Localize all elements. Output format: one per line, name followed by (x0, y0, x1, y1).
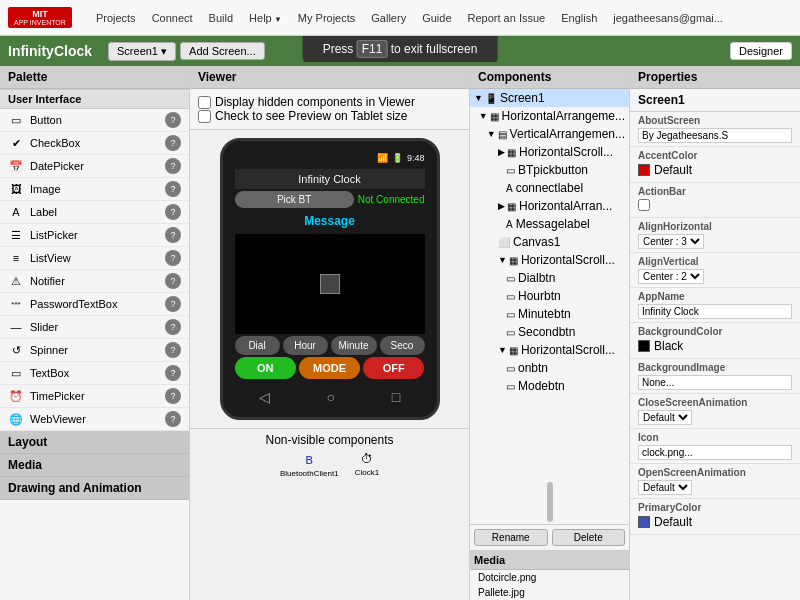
palette-item-spinner[interactable]: ↺ Spinner ? (0, 339, 189, 362)
comp-hscroll1[interactable]: ▶ ▦ HorizontalScroll... (470, 143, 629, 161)
designer-button[interactable]: Designer (730, 42, 792, 60)
comp-dialbtn[interactable]: ▭ Dialbtn (470, 269, 629, 287)
slider-help[interactable]: ? (165, 319, 181, 335)
aboutscreen-input[interactable] (638, 128, 792, 143)
listpicker-icon: ☰ (8, 227, 24, 243)
comp-hscroll3[interactable]: ▼ ▦ HorizontalScroll... (470, 341, 629, 359)
hour-button[interactable]: Hour (283, 336, 328, 355)
nav-user[interactable]: jegatheesans@gmai... (609, 10, 727, 26)
recents-button[interactable]: □ (392, 389, 400, 405)
datepicker-label: DatePicker (30, 160, 165, 172)
actionbar-checkbox[interactable] (638, 199, 650, 211)
comp-messagelabel[interactable]: A Messagelabel (470, 215, 629, 233)
nav-links: Projects Connect Build Help My Projects … (92, 10, 792, 26)
label-help[interactable]: ? (165, 204, 181, 220)
listpicker-help[interactable]: ? (165, 227, 181, 243)
palette-item-timepicker[interactable]: ⏰ TimePicker ? (0, 385, 189, 408)
comp-modebtn[interactable]: ▭ Modebtn (470, 377, 629, 395)
nav-guide[interactable]: Guide (418, 10, 455, 26)
palette-item-listview[interactable]: ≡ ListView ? (0, 247, 189, 270)
textbox-help[interactable]: ? (165, 365, 181, 381)
layout-section[interactable]: Layout (0, 431, 189, 454)
datepicker-help[interactable]: ? (165, 158, 181, 174)
nav-build[interactable]: Build (205, 10, 237, 26)
backgroundimage-input[interactable] (638, 375, 792, 390)
appname-input[interactable] (638, 304, 792, 319)
backgroundcolor-swatch[interactable]: Black (638, 339, 683, 353)
primarycolor-swatch[interactable]: Default (638, 515, 692, 529)
add-screen-button[interactable]: Add Screen... (180, 42, 265, 60)
comp-hourbtn[interactable]: ▭ Hourbtn (470, 287, 629, 305)
comp-horizontal1[interactable]: ▼ ▦ HorizontalArrangeme... (470, 107, 629, 125)
nav-report[interactable]: Report an Issue (464, 10, 550, 26)
image-help[interactable]: ? (165, 181, 181, 197)
back-button[interactable]: ◁ (259, 389, 270, 405)
palette-item-listpicker[interactable]: ☰ ListPicker ? (0, 224, 189, 247)
button-help[interactable]: ? (165, 112, 181, 128)
drawing-section[interactable]: Drawing and Animation (0, 477, 189, 500)
comp-hscroll2[interactable]: ▼ ▦ HorizontalScroll... (470, 251, 629, 269)
comp-harrange2[interactable]: ▶ ▦ HorizontalArran... (470, 197, 629, 215)
palette-item-slider[interactable]: — Slider ? (0, 316, 189, 339)
tablet-preview-label[interactable]: Check to see Preview on Tablet size (198, 109, 461, 123)
spinner-help[interactable]: ? (165, 342, 181, 358)
screen-selector[interactable]: Screen1 ▾ (108, 42, 176, 61)
component-tree: ▼ 📱 Screen1 ▼ ▦ HorizontalArrangeme... ▼… (470, 89, 629, 480)
passwordtextbox-help[interactable]: ? (165, 296, 181, 312)
dial-button[interactable]: Dial (235, 336, 280, 355)
icon-input[interactable] (638, 445, 792, 460)
nav-projects[interactable]: Projects (92, 10, 140, 26)
comp-screen1[interactable]: ▼ 📱 Screen1 (470, 89, 629, 107)
comp-on-label: onbtn (518, 361, 548, 375)
media-section[interactable]: Media (0, 454, 189, 477)
comp-minutebtn[interactable]: ▭ Minutebtn (470, 305, 629, 323)
nav-lang[interactable]: English (557, 10, 601, 26)
pick-bt-button[interactable]: Pick BT (235, 191, 354, 208)
mode-button[interactable]: MODE (299, 357, 360, 379)
media-item-dotcircle[interactable]: Dotcircle.png (470, 570, 629, 585)
comp-secondbtn[interactable]: ▭ Secondbtn (470, 323, 629, 341)
palette-item-passwordtextbox[interactable]: *** PasswordTextBox ? (0, 293, 189, 316)
alignvertical-select[interactable]: Center : 2 (638, 269, 704, 284)
comp-btpickbutton[interactable]: ▭ BTpickbutton (470, 161, 629, 179)
palette-user-interface-header[interactable]: User Interface (0, 89, 189, 109)
comp-onbtn[interactable]: ▭ onbtn (470, 359, 629, 377)
rename-button[interactable]: Rename (474, 529, 548, 546)
openscreenanm-select[interactable]: Default (638, 480, 692, 495)
on-button[interactable]: ON (235, 357, 296, 379)
closescreenanm-select[interactable]: Default (638, 410, 692, 425)
off-button[interactable]: OFF (363, 357, 424, 379)
palette-item-image[interactable]: 🖼 Image ? (0, 178, 189, 201)
palette-item-checkbox[interactable]: ✔ CheckBox ? (0, 132, 189, 155)
comp-connectlabel[interactable]: A connectlabel (470, 179, 629, 197)
palette-item-datepicker[interactable]: 📅 DatePicker ? (0, 155, 189, 178)
accentcolor-swatch[interactable]: Default (638, 163, 692, 177)
home-button[interactable]: ○ (327, 389, 335, 405)
palette-item-notifier[interactable]: ⚠ Notifier ? (0, 270, 189, 293)
nav-gallery[interactable]: Gallery (367, 10, 410, 26)
notifier-help[interactable]: ? (165, 273, 181, 289)
palette-item-textbox[interactable]: ▭ TextBox ? (0, 362, 189, 385)
textbox-label: TextBox (30, 367, 165, 379)
listview-help[interactable]: ? (165, 250, 181, 266)
palette-item-button[interactable]: ▭ Button ? (0, 109, 189, 132)
display-hidden-label[interactable]: Display hidden components in Viewer (198, 95, 461, 109)
palette-item-label[interactable]: A Label ? (0, 201, 189, 224)
tablet-preview-checkbox[interactable] (198, 110, 211, 123)
nav-my-projects[interactable]: My Projects (294, 10, 359, 26)
display-hidden-checkbox[interactable] (198, 96, 211, 109)
accentcolor-box (638, 164, 650, 176)
media-item-pallete[interactable]: Pallete.jpg (470, 585, 629, 600)
delete-button[interactable]: Delete (552, 529, 626, 546)
alignhorizontal-select[interactable]: Center : 3 (638, 234, 704, 249)
timepicker-help[interactable]: ? (165, 388, 181, 404)
nav-connect[interactable]: Connect (148, 10, 197, 26)
second-button[interactable]: Seco (380, 336, 425, 355)
palette-item-webviewer[interactable]: 🌐 WebViewer ? (0, 408, 189, 431)
nav-help[interactable]: Help (245, 10, 286, 26)
comp-canvas1[interactable]: ⬜ Canvas1 (470, 233, 629, 251)
checkbox-help[interactable]: ? (165, 135, 181, 151)
minute-button[interactable]: Minute (331, 336, 377, 355)
webviewer-help[interactable]: ? (165, 411, 181, 427)
comp-vertical1[interactable]: ▼ ▤ VerticalArrangemen... (470, 125, 629, 143)
